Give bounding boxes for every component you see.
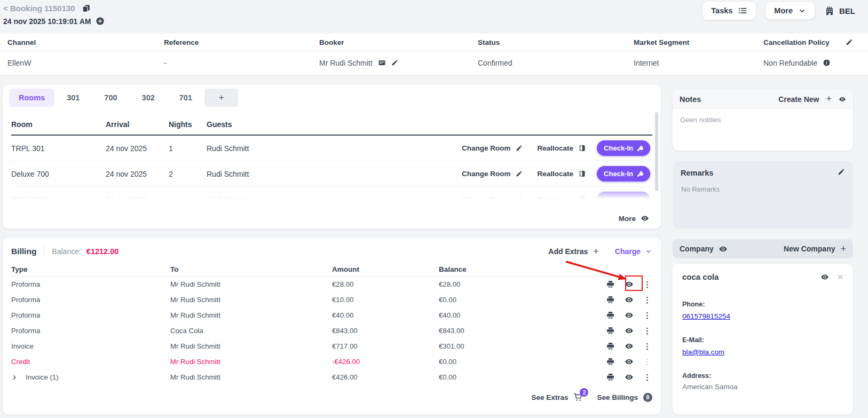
change-room-button[interactable]: Change Room — [462, 195, 523, 202]
kebab-icon[interactable]: ⋮ — [643, 327, 651, 335]
rooms-scrollbar[interactable] — [655, 112, 658, 191]
channel-value: EllenW — [7, 59, 164, 67]
billing-type: Invoice — [11, 342, 170, 350]
card-icon[interactable] — [378, 59, 386, 67]
printer-icon[interactable] — [606, 295, 615, 304]
rooms-more-link[interactable]: More — [619, 214, 649, 223]
kebab-icon[interactable]: ⋮ — [643, 280, 651, 288]
plus-icon[interactable]: + — [826, 93, 832, 105]
tab-rooms[interactable]: Rooms — [9, 89, 54, 107]
reallocate-label: Reallocate — [538, 195, 574, 202]
room-arrival: 24 nov 2025 — [106, 144, 169, 153]
tab-room-700[interactable]: 700 — [92, 89, 129, 107]
reallocate-button[interactable]: Reallocate — [538, 170, 587, 178]
check-in-button[interactable]: Check-In — [597, 166, 650, 182]
kebab-icon[interactable]: ⋮ — [643, 342, 651, 350]
edit-cancellation-icon[interactable] — [846, 38, 853, 46]
billing-balance: €28.00 — [439, 280, 535, 288]
company-header-bar: Company New Company + — [673, 239, 853, 258]
close-icon[interactable]: ✕ — [837, 273, 843, 281]
kebab-icon[interactable]: ⋮ — [643, 373, 651, 381]
edit-booker-icon[interactable] — [391, 59, 398, 66]
email-link[interactable]: bla@bla.com — [682, 348, 724, 356]
create-note-button[interactable]: Create New — [778, 95, 819, 104]
billing-balance: €0.00 — [439, 373, 535, 381]
new-company-button[interactable]: New Company + — [784, 243, 846, 255]
eye-icon[interactable] — [625, 295, 634, 304]
room-nights: 2 — [169, 170, 207, 178]
tab-room-301[interactable]: 301 — [54, 89, 92, 107]
add-extras-button[interactable]: Add Extras + — [548, 246, 598, 257]
check-in-button[interactable]: Check-In — [597, 140, 650, 156]
billing-title: Billing — [11, 247, 36, 256]
eye-icon[interactable] — [625, 373, 634, 382]
rooms-more-label: More — [619, 215, 636, 223]
room-name: TRPL 301 — [11, 144, 106, 153]
door-icon — [578, 195, 586, 202]
see-extras-label: See Extras — [531, 393, 568, 401]
billing-to: Mr Rudi Schmitt — [170, 280, 332, 288]
room-name: Deluxe 700 — [11, 170, 106, 178]
billing-type: Proforma — [11, 280, 170, 288]
room-arrival: 24 nov 2025 — [106, 195, 169, 202]
tasks-button[interactable]: Tasks — [703, 2, 756, 20]
pencil-icon[interactable] — [838, 168, 845, 176]
see-billings-button[interactable]: See Billings 8 — [597, 393, 652, 402]
printer-icon[interactable] — [606, 373, 615, 382]
property-code: BEL — [839, 6, 855, 15]
reallocate-button[interactable]: Reallocate — [538, 144, 587, 152]
kebab-icon[interactable]: ⋮ — [643, 311, 651, 319]
address-value: American Samoa — [682, 383, 843, 391]
chevron-right-icon[interactable] — [11, 374, 18, 381]
eye-icon[interactable] — [719, 245, 728, 254]
billing-panel: Billing Balance: €1212.00 Add Extras + C… — [3, 238, 661, 414]
kebab-icon: ⋮ — [643, 358, 651, 366]
col-label-status: Status — [478, 38, 634, 46]
see-extras-button[interactable]: See Extras 2 — [531, 392, 583, 402]
reallocate-label: Reallocate — [538, 144, 574, 152]
plus-circle-icon[interactable] — [96, 17, 105, 26]
eye-icon[interactable] — [625, 342, 634, 351]
property-selector[interactable]: BEL — [824, 5, 855, 16]
tab-room-302[interactable]: 302 — [130, 89, 167, 107]
billing-amount: €717.00 — [332, 342, 439, 350]
back-breadcrumb[interactable]: < Booking 1150130 — [3, 4, 75, 13]
change-room-button[interactable]: Change Room — [462, 144, 523, 152]
info-circle-icon[interactable] — [823, 59, 831, 67]
market-segment-value: Internet — [634, 59, 763, 67]
col-label-booker: Booker — [319, 38, 478, 46]
tab-room-701[interactable]: 701 — [167, 89, 204, 107]
eye-icon[interactable] — [625, 357, 634, 366]
printer-icon[interactable] — [606, 280, 615, 289]
change-room-button[interactable]: Change Room — [462, 170, 523, 178]
billing-row: Proforma Mr Rudi Schmitt €28.00 €28.00 ⋮ — [11, 277, 652, 292]
kebab-icon[interactable]: ⋮ — [643, 296, 651, 304]
room-nights: 1 — [169, 195, 207, 202]
copy-icon[interactable] — [82, 4, 91, 13]
change-room-label: Change Room — [462, 144, 511, 152]
billing-amount: €426.00 — [332, 373, 439, 381]
billing-row: Proforma Mr Rudi Schmitt €40.00 €40.00 ⋮ — [11, 307, 652, 323]
billing-amount: €28.00 — [332, 280, 439, 288]
check-in-button[interactable]: Check-In — [597, 192, 650, 202]
charge-dropdown[interactable]: Charge — [615, 247, 652, 256]
add-extras-label: Add Extras — [548, 247, 588, 256]
eye-icon[interactable] — [839, 96, 846, 103]
phone-label: Phone: — [682, 301, 843, 308]
notes-panel: Notes Create New + Geen notities — [673, 90, 853, 151]
phone-link[interactable]: 061579815254 — [682, 312, 730, 320]
add-room-tab[interactable]: + — [204, 89, 238, 107]
col-label-reference: Reference — [164, 38, 319, 46]
reallocate-button[interactable]: Reallocate — [538, 195, 587, 202]
billings-count-badge: 8 — [643, 393, 652, 402]
more-button[interactable]: More — [766, 2, 815, 19]
eye-icon[interactable] — [625, 326, 634, 335]
printer-icon[interactable] — [606, 357, 615, 366]
eye-icon[interactable] — [820, 273, 829, 281]
printer-icon[interactable] — [606, 326, 615, 335]
printer-icon[interactable] — [606, 342, 615, 351]
pencil-icon — [516, 145, 523, 152]
billing-type: Proforma — [11, 311, 170, 319]
printer-icon[interactable] — [606, 311, 615, 320]
eye-icon[interactable] — [625, 311, 634, 320]
